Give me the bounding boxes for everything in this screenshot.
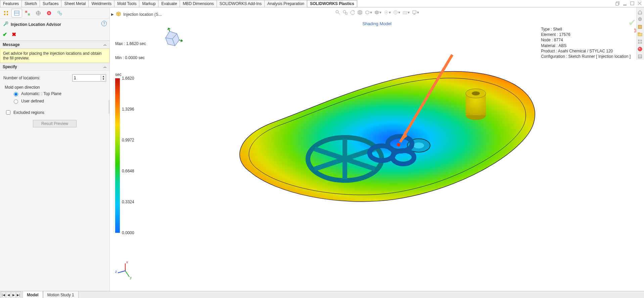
shaded-model[interactable] bbox=[221, 58, 540, 219]
tab-mbd-dimensions[interactable]: MBD Dimensions bbox=[180, 0, 217, 7]
next-tab-icon[interactable]: ▶ bbox=[11, 292, 16, 298]
hide-show-icon[interactable]: ▾ bbox=[383, 10, 391, 15]
excluded-regions-checkbox[interactable]: Excluded regions bbox=[3, 108, 106, 117]
excluded-regions-input[interactable] bbox=[6, 110, 10, 115]
graphics-viewport[interactable]: ▶ Injection location (S... ▾ ▾ ▾ ▾ ▾ ▾ S… bbox=[110, 8, 644, 291]
home-icon[interactable] bbox=[637, 9, 643, 15]
window-controls bbox=[616, 0, 644, 7]
last-tab-icon[interactable]: ▶| bbox=[16, 292, 21, 298]
help-icon[interactable]: ? bbox=[101, 21, 107, 26]
bottom-tab-motion-study[interactable]: Motion Study 1 bbox=[43, 291, 79, 298]
tab-evaluate[interactable]: Evaluate bbox=[158, 0, 180, 7]
property-manager-panel: Injection Location Advisor ? ✔ ✖ Message… bbox=[0, 8, 110, 291]
svg-rect-58 bbox=[640, 40, 642, 41]
file-explorer-icon[interactable] bbox=[637, 31, 643, 38]
legend-gradient bbox=[115, 78, 120, 233]
ok-button[interactable]: ✔ bbox=[3, 31, 7, 38]
svg-rect-1 bbox=[616, 3, 618, 5]
info-type: Type : Shell bbox=[541, 27, 631, 32]
tab-solidworks-addins[interactable]: SOLIDWORKS Add-Ins bbox=[217, 0, 265, 7]
previous-view-icon[interactable] bbox=[350, 10, 355, 15]
svg-line-21 bbox=[338, 13, 340, 14]
decrement-icon[interactable]: ▼ bbox=[101, 78, 106, 81]
info-node: Node : 8774 bbox=[541, 37, 631, 43]
cancel-button[interactable]: ✖ bbox=[12, 31, 16, 38]
result-preview-button[interactable]: Result Preview bbox=[33, 120, 77, 127]
prev-tab-icon[interactable]: ◀ bbox=[6, 292, 11, 298]
axis-triad[interactable]: x y z bbox=[115, 261, 135, 281]
viewport-title: Shading Model bbox=[362, 21, 392, 26]
legend-ticks: 1.6620 1.3296 0.9972 0.6648 0.3324 0.000… bbox=[120, 78, 139, 233]
breadcrumb-label: Injection location (S... bbox=[123, 12, 162, 17]
dimxpert-tab-icon[interactable] bbox=[33, 9, 44, 17]
info-element: Element : 17576 bbox=[541, 32, 631, 37]
svg-line-34 bbox=[125, 271, 129, 277]
edit-appearance-icon[interactable]: ▾ bbox=[393, 10, 400, 15]
property-manager-tab-icon[interactable] bbox=[11, 9, 22, 17]
svg-point-43 bbox=[413, 142, 424, 148]
svg-point-14 bbox=[47, 11, 51, 15]
tab-features[interactable]: Features bbox=[0, 0, 22, 7]
property-manager-title-row: Injection Location Advisor ? bbox=[0, 19, 109, 30]
zoom-area-icon[interactable] bbox=[342, 10, 348, 15]
specify-section-header[interactable]: Specify︿ bbox=[0, 63, 109, 71]
command-manager-tabs: Features Sketch Surfaces Sheet Metal Wel… bbox=[0, 0, 644, 8]
svg-rect-29 bbox=[413, 11, 416, 13]
resources-icon[interactable] bbox=[637, 16, 643, 23]
view-orientation-icon[interactable]: ▾ bbox=[365, 10, 372, 15]
svg-rect-3 bbox=[631, 2, 634, 5]
breadcrumb[interactable]: ▶ Injection location (S... bbox=[111, 11, 162, 17]
apply-scene-icon[interactable]: ▾ bbox=[402, 10, 410, 15]
svg-point-41 bbox=[472, 91, 480, 95]
user-defined-radio-input[interactable] bbox=[14, 99, 18, 104]
view-settings-icon[interactable]: ▾ bbox=[412, 10, 419, 15]
message-section-header[interactable]: Message︿ bbox=[0, 41, 109, 49]
section-view-icon[interactable] bbox=[357, 10, 363, 15]
chevron-up-icon: ︿ bbox=[103, 42, 107, 47]
num-locations-spinner[interactable]: ▲▼ bbox=[72, 74, 106, 82]
svg-rect-10 bbox=[28, 13, 30, 15]
svg-text:y: y bbox=[130, 276, 132, 280]
tab-weldments[interactable]: Weldments bbox=[88, 0, 114, 7]
orientation-cube[interactable] bbox=[160, 26, 184, 49]
minimize-icon[interactable] bbox=[623, 2, 627, 6]
automatic-radio[interactable]: Automatic: : Top Plane bbox=[3, 91, 106, 97]
close-icon[interactable] bbox=[638, 2, 642, 6]
part-icon bbox=[116, 11, 121, 17]
tab-mold-tools[interactable]: Mold Tools bbox=[114, 0, 139, 7]
chevron-right-icon[interactable]: ▶ bbox=[111, 12, 114, 16]
plastics-manager-tab-icon[interactable] bbox=[54, 9, 65, 17]
appearances-icon[interactable] bbox=[637, 46, 643, 52]
tab-solidworks-plastics[interactable]: SOLIDWORKS Plastics bbox=[307, 0, 357, 7]
view-palette-icon[interactable] bbox=[637, 38, 643, 45]
tab-analysis-preparation[interactable]: Analysis Preparation bbox=[264, 0, 307, 7]
svg-line-18 bbox=[4, 24, 6, 26]
restore-down-icon[interactable] bbox=[616, 2, 620, 6]
chevron-up-icon: ︿ bbox=[103, 65, 107, 69]
svg-text:x: x bbox=[126, 260, 128, 264]
svg-point-61 bbox=[638, 47, 642, 51]
tab-surfaces[interactable]: Surfaces bbox=[40, 0, 61, 7]
property-manager-title: Injection Location Advisor bbox=[11, 22, 61, 27]
svg-rect-59 bbox=[638, 42, 640, 44]
maximize-icon[interactable] bbox=[631, 2, 635, 6]
tab-sketch[interactable]: Sketch bbox=[21, 0, 40, 7]
svg-text:z: z bbox=[115, 270, 117, 273]
automatic-radio-input[interactable] bbox=[14, 92, 18, 96]
display-manager-tab-icon[interactable] bbox=[44, 9, 54, 17]
bottom-tab-model[interactable]: Model bbox=[22, 291, 43, 298]
tab-markup[interactable]: Markup bbox=[139, 0, 158, 7]
user-defined-radio[interactable]: User defined bbox=[3, 97, 106, 105]
zoom-to-fit-icon[interactable] bbox=[335, 10, 340, 15]
legend-min: Min : 0.0000 sec bbox=[115, 55, 139, 60]
custom-properties-icon[interactable] bbox=[637, 53, 643, 60]
tab-sheet-metal[interactable]: Sheet Metal bbox=[61, 0, 89, 7]
num-locations-input[interactable] bbox=[73, 75, 101, 81]
svg-rect-6 bbox=[14, 11, 19, 15]
info-configuration: Configuration : Sketch Runner [ Injectio… bbox=[541, 54, 631, 59]
first-tab-icon[interactable]: |◀ bbox=[1, 292, 6, 298]
feature-manager-tab-icon[interactable] bbox=[1, 9, 11, 17]
display-style-icon[interactable]: ▾ bbox=[374, 10, 381, 15]
design-library-icon[interactable] bbox=[637, 24, 643, 30]
configuration-manager-tab-icon[interactable] bbox=[22, 9, 33, 17]
